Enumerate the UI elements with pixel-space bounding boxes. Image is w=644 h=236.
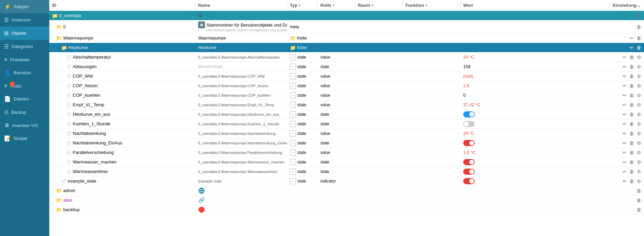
- toggle-switch[interactable]: [463, 169, 475, 175]
- toggle-switch[interactable]: [463, 178, 475, 184]
- cell-id: 📁 alias: [49, 196, 195, 204]
- delete-button[interactable]: 🗑: [636, 23, 642, 30]
- gear-button[interactable]: ⚙: [636, 159, 642, 166]
- delete-button[interactable]: 🗑: [636, 197, 642, 204]
- table-row[interactable]: 📄 COP_kuehlen 0_userdata.0.Waermepumpe.C…: [49, 91, 644, 100]
- col-raum[interactable]: Raum▾: [355, 1, 403, 9]
- cell-id: 📁 0_userdata: [49, 12, 195, 19]
- table-row[interactable]: 📄 Heizkurve_ein_aus 0_userdata.0.Waermep…: [49, 110, 644, 119]
- edit-button[interactable]: ✏: [629, 35, 634, 42]
- edit-button[interactable]: ✏: [622, 73, 627, 80]
- table-row[interactable]: 📁 0_userdata ⧉ 🗑: [49, 11, 644, 20]
- table-row[interactable]: 📄 Parallelverschiebung 0_userdata.0.Waer…: [49, 148, 644, 157]
- gear-button[interactable]: ⚙: [636, 73, 642, 80]
- table-row[interactable]: 📄 Abschalttemperatur 0_userdata.0.Waerme…: [49, 52, 644, 62]
- table-row[interactable]: 📄 Kuehlen_1_Stunde 0_userdata.0.Waermepu…: [49, 119, 644, 129]
- gear-button[interactable]: ⚙: [636, 121, 642, 127]
- table-row[interactable]: 📁 Heizkurve Heizkurve 📁 folder ✏ 🗑: [49, 43, 644, 52]
- table-row[interactable]: 📄 Empf_VL_Temp 0_userdata.0.Waermepumpe.…: [49, 100, 644, 110]
- table-row[interactable]: 📄 COP_WW 0_userdata.0.Waermepumpe.COP_WW…: [49, 72, 644, 81]
- gear-button[interactable]: ⚙: [636, 54, 642, 61]
- delete-button[interactable]: 🗑: [629, 63, 635, 70]
- edit-button[interactable]: ✏: [622, 121, 627, 127]
- edit-button[interactable]: ✏: [622, 168, 627, 175]
- gear-button[interactable]: ⚙: [636, 92, 642, 99]
- edit-button[interactable]: ✏: [622, 63, 627, 70]
- col-funktion[interactable]: Funktion▾: [403, 1, 460, 9]
- edit-button[interactable]: ✏: [622, 92, 627, 99]
- delete-button[interactable]: 🗑: [636, 12, 642, 19]
- delete-button[interactable]: 🗑: [636, 187, 642, 194]
- sidebar-item-backup[interactable]: ⊙ Backup: [0, 106, 49, 119]
- delete-button[interactable]: 🗑: [629, 130, 635, 137]
- delete-button[interactable]: 🗑: [629, 92, 635, 99]
- delete-button[interactable]: 🗑: [629, 178, 635, 185]
- toggle-switch[interactable]: [463, 159, 475, 165]
- gear-button[interactable]: ⚙: [636, 63, 642, 70]
- edit-button[interactable]: ✏: [629, 44, 634, 51]
- edit-button[interactable]: ✏: [622, 149, 627, 156]
- edit-button[interactable]: ✏: [622, 82, 627, 89]
- edit-button[interactable]: ✏: [622, 140, 627, 146]
- gear-button[interactable]: ⚙: [636, 168, 642, 175]
- toggle-switch[interactable]: [463, 140, 475, 146]
- col-rolle[interactable]: Rolle▾: [318, 1, 355, 9]
- toggle-switch[interactable]: [463, 121, 475, 127]
- table-row[interactable]: 📁 alias 🔗 🗑: [49, 195, 644, 205]
- delete-button[interactable]: 🗑: [629, 140, 635, 146]
- delete-button[interactable]: 🗑: [636, 44, 642, 51]
- col-typ[interactable]: Typ▾: [287, 1, 318, 9]
- edit-button[interactable]: ✏: [622, 101, 627, 108]
- sidebar-item-benutzer[interactable]: 👤 Benutzer: [0, 66, 49, 79]
- sidebar-item-inventwo[interactable]: 🖥 inventwo VIS: [0, 119, 49, 132]
- edit-button[interactable]: ✏: [622, 178, 627, 185]
- sidebar-item-adapter[interactable]: ⚡ Adapter: [0, 0, 49, 13]
- delete-button[interactable]: 🗑: [629, 121, 635, 127]
- edit-button[interactable]: ✏: [622, 130, 627, 137]
- edit-button[interactable]: ✏: [622, 111, 627, 118]
- table-row[interactable]: 📁 admin 🗑: [49, 186, 644, 195]
- table-row[interactable]: 📄 example_state Example state ○ state in…: [49, 176, 644, 186]
- delete-button[interactable]: 🗑: [629, 159, 635, 166]
- gear-button[interactable]: ⚙: [636, 82, 642, 89]
- table-row[interactable]: 📄 Nachtabsenkung_EinAus 0_userdata.0.Wae…: [49, 138, 644, 148]
- delete-button[interactable]: 🗑: [636, 35, 642, 42]
- table-row[interactable]: 📁 0 ▤ Stammordner für Benutzerobjekte un…: [49, 20, 644, 33]
- gear-button[interactable]: ⚙: [636, 149, 642, 156]
- delete-button[interactable]: 🗑: [629, 101, 635, 108]
- copy-icon[interactable]: ⧉: [198, 13, 202, 19]
- sidebar-item-protokolle[interactable]: ≡ Protokolle: [0, 53, 49, 66]
- sidebar-item-kategorien[interactable]: ☰ Kategorien: [0, 40, 49, 53]
- sidebar-item-skripte[interactable]: 📝 Skripte: [0, 132, 49, 145]
- delete-button[interactable]: 🗑: [629, 54, 635, 61]
- delete-button[interactable]: 🗑: [629, 82, 635, 89]
- gear-button[interactable]: ⚙: [636, 111, 642, 118]
- gear-button[interactable]: ⚙: [636, 130, 642, 137]
- row-id-link[interactable]: alias: [63, 198, 72, 203]
- edit-button[interactable]: ✏: [622, 54, 627, 61]
- table-row[interactable]: 📄 Nachtabsenkung 0_userdata.0.Waermepump…: [49, 129, 644, 138]
- delete-button[interactable]: 🗑: [629, 149, 635, 156]
- sidebar-item-hosts[interactable]: ≡ Hosts 1: [0, 79, 49, 92]
- table-row[interactable]: 📁 Waermepumpe Waermepumpe 📁 folder ✏ 🗑: [49, 33, 644, 43]
- delete-button[interactable]: 🗑: [629, 111, 635, 118]
- gear-button[interactable]: ⚙: [636, 140, 642, 146]
- delete-button[interactable]: 🗑: [629, 168, 635, 175]
- toggle-switch[interactable]: [463, 111, 475, 117]
- sidebar-item-instanzen[interactable]: ☰ Instanzen: [0, 13, 49, 27]
- table-row[interactable]: 📄 Warmwasser_machen 0_userdata.0.Waermep…: [49, 157, 644, 167]
- delete-button[interactable]: 🗑: [636, 206, 642, 213]
- table-row[interactable]: 📄 Abtauungen Manuell erzeugt ○ state sta…: [49, 62, 644, 72]
- gear-button[interactable]: ⚙: [636, 178, 642, 185]
- delete-button[interactable]: 🗑: [629, 73, 635, 80]
- sidebar-item-dateien[interactable]: 📄 Dateien: [0, 92, 49, 106]
- row-id-link[interactable]: 0_userdata: [59, 13, 81, 18]
- table-row[interactable]: 📄 Warmwassertimer 0_userdata.0.Waermepum…: [49, 167, 644, 176]
- gear-button[interactable]: ⚙: [636, 101, 642, 108]
- edit-button[interactable]: ✏: [622, 159, 627, 166]
- sidebar-item-objekte[interactable]: ⊞ Objekte: [0, 27, 49, 40]
- cell-wert: 20 °C: [460, 53, 610, 61]
- table-row[interactable]: 📁 backitup 🔴 🗑: [49, 205, 644, 215]
- table-row[interactable]: 📄 COP_heizen 0_userdata.0.Waermepumpe.CO…: [49, 81, 644, 91]
- row-id-text: Abtauungen: [73, 64, 97, 69]
